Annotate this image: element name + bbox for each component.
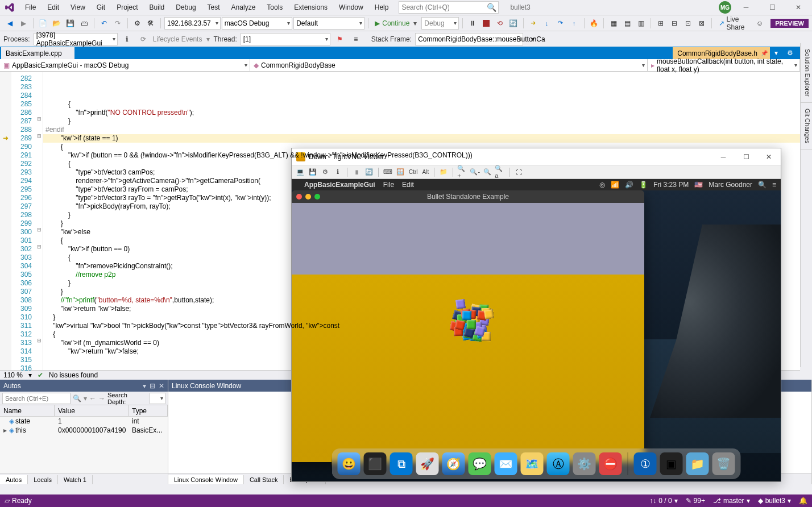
dock-vscode-icon[interactable]: ⧉ bbox=[390, 452, 413, 475]
mac-dock[interactable]: 😀 ⬛ ⧉ 🚀 🧭 💬 ✉️ 🗺️ Ⓐ ⚙️ ⛔ ① ▣ 📁 🗑️ bbox=[332, 448, 741, 479]
dock-maps-icon[interactable]: 🗺️ bbox=[521, 452, 544, 475]
code-editor[interactable]: ➜ 28228328428528628728828929029129229329… bbox=[0, 72, 800, 370]
autos-search-input[interactable] bbox=[2, 393, 71, 404]
step-out-icon[interactable]: ↑ bbox=[568, 17, 581, 30]
save-all-icon[interactable]: 🗃 bbox=[78, 17, 90, 30]
ptab-callstack[interactable]: Call Stack bbox=[244, 475, 284, 484]
nav-project-combo[interactable]: ▣AppBasicExampleGui - macOS Debug bbox=[0, 59, 250, 71]
dock-app2-icon[interactable]: ▣ bbox=[660, 452, 683, 475]
thread-combo[interactable]: [1] bbox=[241, 33, 330, 45]
process-combo[interactable]: [3978] AppBasicExampleGui bbox=[34, 33, 118, 45]
nav-member-combo[interactable]: ▸mouseButtonCallback(int button, int sta… bbox=[648, 59, 800, 71]
user-avatar[interactable]: MG bbox=[719, 1, 731, 14]
remote-target-combo[interactable]: 192.168.23.57 bbox=[164, 17, 221, 30]
dock-terminal-icon[interactable]: ⬛ bbox=[364, 452, 387, 475]
stackframe-combo[interactable]: CommonRigidBodyBase::mouseButtonCa bbox=[415, 33, 523, 45]
step-over-icon[interactable]: ↷ bbox=[554, 17, 567, 30]
menu-git[interactable]: Git bbox=[91, 1, 111, 14]
new-item-icon[interactable]: 📄 bbox=[37, 17, 49, 30]
autos-header[interactable]: Autos ▾⊟✕ bbox=[0, 380, 168, 392]
panel-dropdown-icon[interactable]: ▾ bbox=[143, 382, 146, 390]
col-value[interactable]: Value bbox=[55, 405, 129, 416]
autos-nav-next-icon[interactable]: → bbox=[98, 394, 105, 402]
col-type[interactable]: Type bbox=[129, 405, 168, 416]
global-search[interactable]: 🔍 bbox=[399, 1, 499, 14]
menu-extensions[interactable]: Extensions bbox=[288, 1, 333, 14]
zoom-level[interactable]: 110 % bbox=[3, 371, 23, 379]
status-nav-updown[interactable]: ↑↓ 0 / 0 ▾ bbox=[649, 497, 677, 505]
live-share-button[interactable]: ↗Live Share bbox=[715, 15, 753, 31]
menu-analyze[interactable]: Analyze bbox=[226, 1, 262, 14]
thread-info-icon[interactable]: ≡ bbox=[350, 33, 362, 45]
fwd-nav-icon[interactable]: ▶ bbox=[17, 17, 30, 30]
dock-1password-icon[interactable]: ① bbox=[634, 452, 657, 475]
pin-icon[interactable]: 📌 bbox=[761, 50, 768, 56]
tab-basicexample[interactable]: BasicExample.cpp bbox=[1, 47, 74, 59]
window-minimize-icon[interactable]: ─ bbox=[735, 0, 757, 15]
dock-launchpad-icon[interactable]: 🚀 bbox=[416, 452, 439, 475]
depth-combo[interactable] bbox=[150, 393, 165, 404]
code-text-area[interactable]: { "fn">printf("NO CONTROL pressed\n"); }… bbox=[43, 72, 800, 370]
menu-build[interactable]: Build bbox=[144, 1, 171, 14]
continue-button[interactable]: ▶Continue▾ bbox=[371, 17, 420, 30]
layout3-icon[interactable]: ▥ bbox=[635, 17, 647, 30]
window-maximize-icon[interactable]: ☐ bbox=[761, 0, 784, 15]
redo-icon[interactable]: ↷ bbox=[111, 17, 124, 30]
restart-icon[interactable]: ⟲ bbox=[494, 17, 506, 30]
stop-icon[interactable] bbox=[480, 17, 492, 30]
show-next-statement-icon[interactable]: ➜ bbox=[527, 17, 540, 30]
ptab-watch1[interactable]: Watch 1 bbox=[58, 475, 93, 484]
dock-messages-icon[interactable]: 💬 bbox=[469, 452, 491, 475]
undo-icon[interactable]: ↶ bbox=[98, 17, 110, 30]
config-combo[interactable]: macOS Debug bbox=[222, 17, 292, 30]
autos-search-icon[interactable]: 🔍 bbox=[73, 394, 81, 402]
menu-tools[interactable]: Tools bbox=[261, 1, 288, 14]
menu-window[interactable]: Window bbox=[333, 1, 369, 14]
ptab-locals[interactable]: Locals bbox=[28, 475, 58, 484]
dock-folder-icon[interactable]: 📁 bbox=[686, 452, 709, 475]
ptab-autos[interactable]: Autos bbox=[0, 475, 28, 484]
status-repo[interactable]: ◆ bullet3 ▾ bbox=[758, 497, 791, 505]
menu-file[interactable]: File bbox=[19, 1, 42, 14]
ptab-console[interactable]: Linux Console Window bbox=[168, 475, 244, 484]
status-bell-icon[interactable]: 🔔 bbox=[799, 497, 807, 505]
dock-safari-icon[interactable]: 🧭 bbox=[442, 452, 465, 475]
status-branch[interactable]: ⎇ master ▾ bbox=[713, 497, 750, 505]
vtab-solution-explorer[interactable]: Solution Explorer bbox=[801, 43, 812, 103]
open-icon[interactable]: 📂 bbox=[51, 17, 63, 30]
status-errors[interactable]: ✎ 99+ bbox=[686, 497, 705, 505]
hot-reload-icon[interactable]: 🔥 bbox=[587, 17, 600, 30]
layout-icon[interactable]: ▦ bbox=[607, 17, 620, 30]
refresh-icon[interactable]: 🔄 bbox=[507, 17, 520, 30]
col-name[interactable]: Name bbox=[0, 405, 55, 416]
dock-settings-icon[interactable]: ⚙️ bbox=[573, 452, 596, 475]
menu-project[interactable]: Project bbox=[111, 1, 143, 14]
step-into-icon[interactable]: ↓ bbox=[541, 17, 553, 30]
panel-close-icon[interactable]: ✕ bbox=[159, 382, 164, 390]
manage-configs-icon[interactable]: 🛠 bbox=[144, 17, 157, 30]
dock-trash-icon[interactable]: 🗑️ bbox=[712, 452, 735, 475]
debug-target-combo[interactable]: Debug bbox=[421, 17, 459, 30]
autos-grid-body[interactable]: ◈state1int▸◈this0x00000001007a4190BasicE… bbox=[0, 417, 168, 473]
layout2-icon[interactable]: ▤ bbox=[621, 17, 633, 30]
win-layout4-icon[interactable]: ⊠ bbox=[695, 17, 708, 30]
save-icon[interactable]: 💾 bbox=[64, 17, 77, 30]
config-switch-icon[interactable]: ⚙ bbox=[131, 17, 143, 30]
dock-appstore-icon[interactable]: Ⓐ bbox=[547, 452, 570, 475]
menu-view[interactable]: View bbox=[65, 1, 91, 14]
panel-pin-icon[interactable]: ⊟ bbox=[150, 382, 155, 390]
menu-test[interactable]: Test bbox=[202, 1, 226, 14]
win-layout2-icon[interactable]: ⊟ bbox=[668, 17, 681, 30]
menu-debug[interactable]: Debug bbox=[170, 1, 201, 14]
process-info-icon[interactable]: ℹ bbox=[121, 33, 134, 45]
global-search-input[interactable] bbox=[401, 3, 487, 11]
thread-flag-icon[interactable]: ⚑ bbox=[334, 33, 346, 45]
pause-icon[interactable]: ⏸ bbox=[466, 17, 479, 30]
platform-combo[interactable]: Default bbox=[293, 17, 364, 30]
lifecycle-icon[interactable]: ⟳ bbox=[137, 33, 150, 45]
window-close-icon[interactable]: ✕ bbox=[787, 0, 810, 15]
win-layout3-icon[interactable]: ⊡ bbox=[682, 17, 694, 30]
back-nav-icon[interactable]: ◀ bbox=[3, 17, 16, 30]
menu-help[interactable]: Help bbox=[369, 1, 395, 14]
feedback-icon[interactable]: ☺ bbox=[753, 17, 766, 30]
